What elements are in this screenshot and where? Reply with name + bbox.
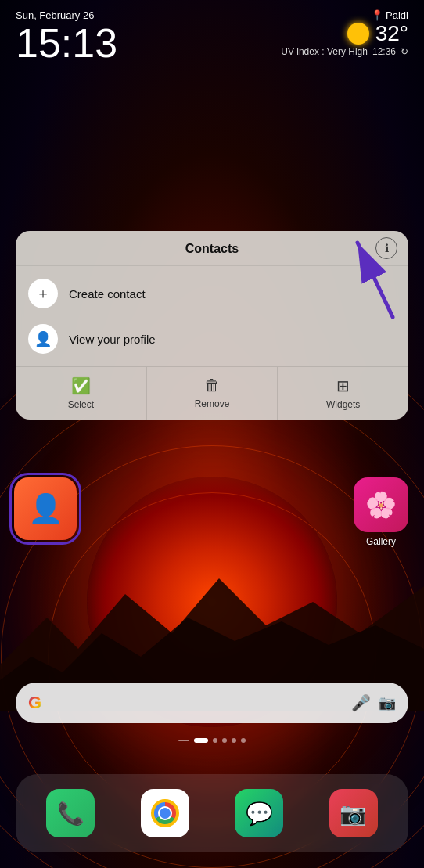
view-profile-label: View your profile (69, 333, 156, 346)
widgets-action[interactable]: ⊞ Widgets (278, 367, 408, 420)
dock: 📞 💬 📷 (16, 774, 408, 852)
phone-icon: 📞 (57, 801, 84, 827)
location-pin-icon: 📍 (371, 9, 383, 21)
chrome-app-icon[interactable] (141, 789, 189, 837)
line-indicator (178, 740, 189, 741)
create-contact-item[interactable]: ＋ Create contact (16, 271, 408, 316)
gallery-label: Gallery (366, 536, 396, 547)
gallery-icon-bg: 🌸 (354, 477, 408, 532)
select-action[interactable]: ✅ Select (16, 367, 147, 420)
create-contact-label: Create contact (69, 287, 146, 301)
view-profile-icon: 👤 (28, 324, 58, 354)
refresh-icon: ↻ (401, 46, 408, 57)
contacts-person-icon: 👤 (28, 492, 63, 525)
context-menu-actions: ✅ Select 🗑 Remove ⊞ Widgets (16, 366, 408, 420)
create-contact-icon: ＋ (28, 279, 58, 308)
whatsapp-icon: 💬 (246, 801, 273, 827)
camera-app-icon[interactable]: 📷 (329, 789, 378, 837)
context-menu-header: Contacts ℹ (16, 231, 408, 266)
chrome-icon (151, 799, 179, 827)
remove-action[interactable]: 🗑 Remove (147, 367, 278, 420)
status-right: 📍 Paldi 32° UV index : Very High 12:36 ↻ (281, 9, 408, 57)
status-left: Sun, February 26 15:13 (16, 9, 117, 66)
select-icon: ✅ (71, 376, 91, 395)
microphone-icon[interactable]: 🎤 (351, 693, 371, 712)
temperature: 32° (375, 21, 408, 46)
app-info-button[interactable]: ℹ (375, 237, 397, 259)
status-uv: UV index : Very High 12:36 ↻ (281, 46, 408, 57)
widgets-label: Widgets (326, 399, 360, 410)
context-menu-items: ＋ Create contact 👤 View your profile (16, 266, 408, 366)
info-icon: ℹ (385, 242, 389, 254)
google-logo: G (28, 693, 41, 713)
gallery-flower-icon: 🌸 (365, 490, 397, 520)
google-lens-icon[interactable]: 📷 (379, 694, 396, 711)
sun-icon (347, 23, 369, 45)
context-menu: Contacts ℹ ＋ Create contact 👤 View your … (16, 231, 408, 420)
dot-2 (213, 738, 217, 743)
page-lines (178, 740, 189, 741)
dot-4 (232, 738, 236, 743)
context-menu-title: Contacts (185, 242, 239, 256)
status-time: 15:13 (16, 21, 117, 66)
trash-icon: 🗑 (204, 376, 220, 394)
status-bar: Sun, February 26 15:13 📍 Paldi 32° UV in… (0, 0, 424, 9)
remove-label: Remove (195, 398, 230, 409)
select-label: Select (68, 399, 94, 410)
view-profile-item[interactable]: 👤 View your profile (16, 316, 408, 362)
page-indicators (0, 738, 424, 743)
whatsapp-app-icon[interactable]: 💬 (235, 789, 283, 837)
phone-app-icon[interactable]: 📞 (46, 789, 95, 837)
status-date: Sun, February 26 (16, 9, 117, 21)
camera-icon: 📷 (340, 801, 367, 827)
dot-1-active (194, 738, 208, 743)
status-weather: 32° (281, 21, 408, 46)
search-bar[interactable]: G 🎤 📷 (16, 683, 408, 723)
widgets-icon: ⊞ (336, 376, 350, 395)
gallery-app-icon[interactable]: 🌸 Gallery (354, 477, 408, 547)
status-location: 📍 Paldi (281, 9, 408, 21)
dot-3 (222, 738, 227, 743)
contacts-app-icon[interactable]: 👤 (14, 477, 77, 540)
dot-5 (241, 738, 246, 743)
